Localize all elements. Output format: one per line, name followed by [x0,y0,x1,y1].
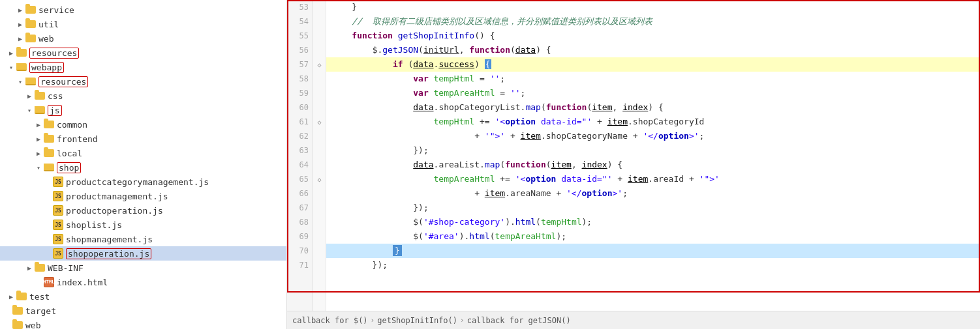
arrow-local: ▶ [34,150,43,157]
folder-icon [16,48,27,57]
sidebar-item-util[interactable]: ▶ util [0,17,286,31]
arrow-webapp: ▾ [7,64,16,71]
code-line-66: + item.areaName + '</option>'; [326,186,980,201]
code-line-53: } [326,0,980,14]
sidebar-item-label: util [38,20,59,29]
breadcrumb-3[interactable]: callback for getJSON() [467,316,571,325]
folder-icon [43,149,55,158]
sidebar-item-label: productcategorymanagement.js [66,177,209,187]
line-num-71: 71 [299,258,309,272]
gutter-63 [313,143,326,158]
folder-icon [34,263,46,272]
folder-open-icon [25,77,37,86]
sidebar-item-service[interactable]: ▶ service [0,3,286,17]
sidebar-item-shopmanagement[interactable]: JS shopmanagement.js [0,232,286,246]
sidebar-item-webinf[interactable]: ▶ WEB-INF [0,261,286,275]
code-line-60: data.shopCategoryList.map(function(item,… [326,100,980,115]
line-num-53: 53 [299,0,309,14]
folder-icon [43,134,55,143]
gutter-57: ◇ [313,57,326,72]
arrow-css: ▶ [25,93,34,100]
sidebar-item-js[interactable]: ▾ js [0,103,286,117]
folder-open-icon [16,63,27,72]
sidebar-item-shop[interactable]: ▾ shop [0,160,286,175]
js-file-icon: JS [52,177,64,186]
editor-gutter: ◇ ◇ ◇ [313,0,326,311]
line-num-61: 61 [299,115,309,129]
gutter-54 [313,14,326,29]
js-file-icon: JS [52,220,64,229]
sidebar-item-productmanagement[interactable]: JS productmanagement.js [0,189,286,203]
sidebar-item-productoperation[interactable]: JS productoperation.js [0,203,286,218]
sidebar-item-frontend[interactable]: ▶ frontend [0,132,286,146]
line-num-69: 69 [299,229,309,244]
code-line-68: $('#shop-category').html(tempHtml); [326,215,980,229]
folder-icon [16,292,27,301]
sidebar-item-label: test [29,292,50,302]
line-num-58: 58 [299,72,309,86]
sidebar-item-label: frontend [57,134,98,144]
breadcrumb-2[interactable]: getShopInitInfo() [377,316,457,325]
sidebar-item-label: web [38,34,54,44]
arrow-js: ▾ [25,107,34,114]
sidebar-item-shoplist[interactable]: JS shoplist.js [0,218,286,232]
sidebar-item-resources-webapp[interactable]: ▾ resources [0,74,286,89]
line-num-55: 55 [299,29,309,43]
sidebar-item-resources-root[interactable]: ▶ resources [0,46,286,60]
gutter-67 [313,201,326,215]
sidebar-item-label: productmanagement.js [66,192,168,201]
sidebar-item-productcategorymanagement[interactable]: JS productcategorymanagement.js [0,175,286,189]
code-line-61: tempHtml += '<option data-id="' + item.s… [326,115,980,129]
folder-open-icon [43,163,55,172]
js-file-icon: JS [52,192,64,201]
line-num-67: 67 [299,201,309,215]
line-num-60: 60 [299,100,309,115]
line-num-70: 70 [299,244,309,258]
folder-icon [12,306,23,315]
file-tree[interactable]: ▶ service ▶ util ▶ web ▶ resources ▾ web… [0,0,287,329]
arrow-resources-root: ▶ [7,50,16,57]
sidebar-item-index-html[interactable]: HTML index.html [0,275,286,289]
sidebar-item-css[interactable]: ▶ css [0,89,286,103]
arrow-web: ▶ [16,35,25,42]
line-num-63: 63 [299,143,309,158]
sidebar-item-common[interactable]: ▶ common [0,117,286,132]
folder-icon [34,91,46,100]
arrow-shop: ▾ [34,164,43,171]
sidebar-item-label: target [25,306,56,316]
sidebar-item-label: service [38,5,74,15]
sidebar-item-web[interactable]: ▶ web [0,31,286,46]
editor-content[interactable]: 53 54 55 56 57 58 59 60 61 62 63 64 65 6… [287,0,980,311]
sidebar-item-test[interactable]: ▶ test [0,289,286,304]
sidebar-item-label: shopoperation.js [66,248,151,259]
breadcrumb-arrow-1: › [371,316,375,324]
sidebar-item-shopoperation[interactable]: JS shopoperation.js [0,246,286,261]
code-line-65: tempAreaHtml += '<option data-id="' + it… [326,172,980,186]
sidebar-item-local[interactable]: ▶ local [0,146,286,160]
js-file-icon: JS [52,235,64,244]
line-num-62: 62 [299,129,309,143]
folder-icon [25,20,37,29]
sidebar-item-web2[interactable]: web [0,318,286,329]
code-line-69: $('#area').html(tempAreaHtml); [326,229,980,244]
gutter-58 [313,72,326,86]
sidebar-item-webapp[interactable]: ▾ webapp [0,60,286,74]
sidebar-item-label: WEB-INF [48,263,84,273]
code-line-58: var tempHtml = ''; [326,72,980,86]
folder-open-icon [34,106,46,115]
code-line-57: if (data.success) { [326,57,980,72]
sidebar-item-label: index.html [57,278,108,287]
code-line-67: }); [326,201,980,215]
code-line-56: $.getJSON(initUrl, function(data) { [326,43,980,57]
arrow-webinf: ▶ [25,265,34,272]
code-line-62: + '">' + item.shopCategoryName + '</opti… [326,129,980,143]
sidebar-item-label: shoplist.js [66,220,122,230]
gutter-61: ◇ [313,115,326,129]
gutter-62 [313,129,326,143]
sidebar-item-label: resources [29,48,79,59]
sidebar-item-target[interactable]: target [0,304,286,318]
code-content[interactable]: } // 取得所有二级店铺类别以及区域信息，并分别赋值进类别列表以及区域列表 f… [326,0,980,311]
gutter-68 [313,215,326,229]
breadcrumb-1[interactable]: callback for $() [292,316,368,325]
line-num-66: 66 [299,186,309,201]
